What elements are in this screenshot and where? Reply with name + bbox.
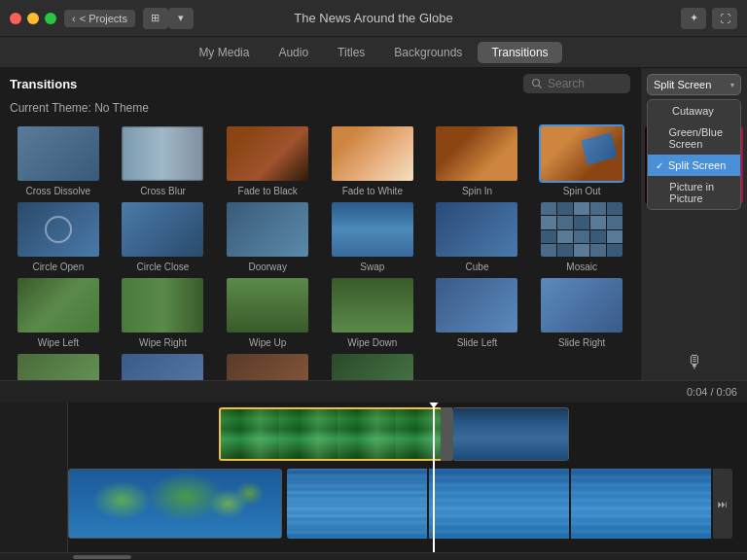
tab-titles[interactable]: Titles	[324, 42, 378, 63]
titlebar: ‹ < Projects ⊞ ▾ The News Around the Glo…	[0, 0, 747, 37]
transition-fade-to-black[interactable]: Fade to Black	[217, 124, 318, 196]
clip-waterfall-2[interactable]	[429, 469, 569, 539]
transition-wipe-left[interactable]: Wipe Left	[8, 276, 109, 348]
transition-circle-open[interactable]: Circle Open	[8, 200, 109, 272]
transition-swap[interactable]: Swap	[322, 200, 423, 272]
clip-mountains[interactable]	[452, 407, 569, 461]
nav-tabs: My Media Audio Titles Backgrounds Transi…	[0, 37, 747, 68]
back-icon: ‹	[72, 13, 76, 24]
tab-backgrounds[interactable]: Backgrounds	[380, 42, 476, 63]
clip-aurora-visual	[221, 409, 441, 459]
timeline-tracks: ⏭	[68, 402, 747, 552]
panel-header: Transitions	[0, 68, 640, 99]
projects-button[interactable]: ‹ < Projects	[64, 10, 135, 27]
maximize-button[interactable]	[45, 13, 56, 24]
panel-title: Transitions	[10, 77, 77, 91]
mic-icon[interactable]: 🎙	[686, 352, 703, 372]
transition-cross-blur[interactable]: Cross Blur	[113, 124, 214, 196]
nav-down-button[interactable]: ▾	[168, 8, 194, 29]
close-button[interactable]	[10, 13, 21, 24]
svg-line-1	[539, 86, 542, 88]
transition-mosaic[interactable]: Mosaic	[531, 200, 632, 272]
transition-marker	[441, 407, 452, 461]
transition-partial-3[interactable]	[217, 352, 318, 380]
mic-area: 🎙	[641, 344, 747, 380]
dropdown-button[interactable]: Split Screen ▾	[647, 74, 741, 95]
main-content: Transitions Current Theme: No Theme Cros…	[0, 68, 747, 380]
svg-point-0	[533, 80, 540, 87]
titlebar-right-controls: ✦ ⛶	[681, 8, 737, 29]
dropdown-arrow-icon: ▾	[730, 81, 734, 89]
check-icon: ✓	[656, 160, 663, 171]
video-track-1	[219, 407, 732, 461]
split-screen-dropdown: Split Screen ▾ Cutaway Green/Blue Screen…	[647, 74, 741, 95]
search-box[interactable]	[523, 74, 630, 93]
magic-wand-button[interactable]: ✦	[681, 8, 706, 29]
transition-partial-4[interactable]	[322, 352, 423, 380]
scroll-thumb[interactable]	[73, 555, 131, 559]
window-title: The News Around the Globe	[294, 11, 452, 25]
fullscreen-icon: ⛶	[720, 13, 730, 24]
track-end-button[interactable]: ⏭	[713, 469, 732, 539]
chevron-down-icon: ▾	[178, 12, 184, 24]
wand-icon: ✦	[690, 12, 698, 24]
tab-transitions[interactable]: Transitions	[478, 42, 561, 63]
dropdown-menu: Cutaway Green/Blue Screen ✓ Split Screen…	[647, 99, 741, 210]
playhead[interactable]	[433, 402, 435, 552]
world-continents	[69, 470, 281, 538]
timeline-body: ⏭	[0, 402, 747, 552]
dropdown-item-cutaway[interactable]: Cutaway	[648, 100, 740, 122]
transition-fade-to-white[interactable]: Fade to White	[322, 124, 423, 196]
video-track-world-map[interactable]	[68, 469, 282, 539]
transition-partial-2[interactable]	[113, 352, 214, 380]
time-display: 0:04 / 0:06	[687, 386, 737, 398]
transition-wipe-down[interactable]: Wipe Down	[322, 276, 423, 348]
tab-audio[interactable]: Audio	[265, 42, 322, 63]
transition-slide-left[interactable]: Slide Left	[427, 276, 528, 348]
clip-aurora[interactable]	[219, 407, 443, 461]
transition-cross-dissolve[interactable]: Cross Dissolve	[8, 124, 109, 196]
transition-cube[interactable]: Cube	[427, 200, 528, 272]
timeline-scrollbar[interactable]	[0, 552, 747, 560]
video-track-waterfall: ⏭	[287, 469, 732, 539]
timeline-header: 0:04 / 0:06	[0, 381, 747, 402]
world-map-visual	[69, 470, 281, 538]
traffic-lights	[10, 13, 56, 24]
minimize-button[interactable]	[27, 13, 39, 24]
transition-spin-out[interactable]: Spin Out	[531, 124, 632, 196]
playhead-handle	[428, 402, 440, 408]
dropdown-item-picture-in-picture[interactable]: Picture in Picture	[648, 176, 740, 209]
search-input[interactable]	[548, 77, 616, 90]
tab-my-media[interactable]: My Media	[185, 42, 263, 63]
fullscreen-button[interactable]: ⛶	[712, 8, 737, 29]
track-end-icon: ⏭	[718, 499, 728, 509]
dropdown-item-green-blue[interactable]: Green/Blue Screen	[648, 122, 740, 155]
dropdown-item-split-screen[interactable]: ✓ Split Screen	[648, 155, 740, 176]
transition-slide-right[interactable]: Slide Right	[531, 276, 632, 348]
clip-waterfall-1[interactable]	[287, 469, 427, 539]
transition-wipe-right[interactable]: Wipe Right	[113, 276, 214, 348]
timeline-left-panel	[0, 402, 68, 552]
grid-icon: ⊞	[151, 12, 160, 24]
clip-waterfall-3[interactable]	[571, 469, 711, 539]
transitions-panel: Transitions Current Theme: No Theme Cros…	[0, 68, 640, 380]
grid-view-button[interactable]: ⊞	[143, 8, 168, 29]
transitions-grid: Cross Dissolve Cross Blur Fade to Black …	[0, 121, 640, 380]
transition-circle-close[interactable]: Circle Close	[113, 200, 214, 272]
transition-wipe-up[interactable]: Wipe Up	[217, 276, 318, 348]
transition-doorway[interactable]: Doorway	[217, 200, 318, 272]
timeline-area: 0:04 / 0:06	[0, 380, 747, 560]
current-theme-label: Current Theme: No Theme	[0, 99, 640, 121]
search-icon	[531, 78, 543, 89]
right-panel: Split Screen ▾ Cutaway Green/Blue Screen…	[640, 68, 747, 380]
transition-spin-in[interactable]: Spin In	[427, 124, 528, 196]
transition-partial-1[interactable]	[8, 352, 109, 380]
